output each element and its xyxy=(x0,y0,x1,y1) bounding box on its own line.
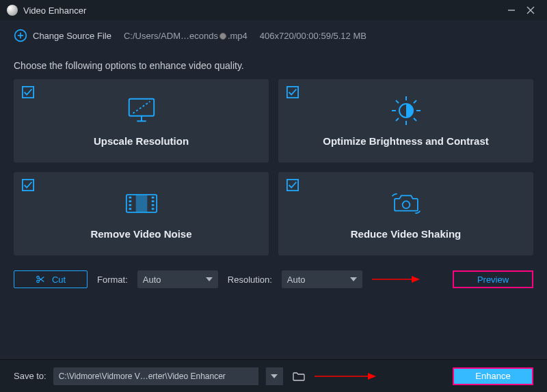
svg-marker-41 xyxy=(368,373,376,380)
save-path-field[interactable]: C:\Vidmore\Vidmore V…erter\Video Enhance… xyxy=(53,367,258,385)
card-label: Remove Video Noise xyxy=(90,228,191,240)
checkbox-checked-icon[interactable] xyxy=(22,86,34,98)
svg-rect-23 xyxy=(135,195,147,212)
window-title: Video Enhancer xyxy=(23,5,86,16)
svg-marker-39 xyxy=(412,276,420,283)
svg-rect-28 xyxy=(151,196,154,198)
card-label: Reduce Video Shaking xyxy=(351,228,461,240)
source-fileinfo: 406x720/00:00:59/5.12 MB xyxy=(260,31,366,41)
open-folder-button[interactable] xyxy=(290,367,308,385)
source-toolbar: Change Source File C:/Users/ADM…econds.m… xyxy=(0,20,547,51)
close-button[interactable] xyxy=(521,3,540,17)
resolution-select[interactable]: Auto xyxy=(282,270,362,288)
camera-shake-icon xyxy=(390,188,423,219)
brightness-icon xyxy=(390,96,423,126)
monitor-icon xyxy=(125,96,158,126)
card-upscale-resolution[interactable]: Upscale Resolution xyxy=(14,79,269,163)
format-label: Format: xyxy=(97,275,128,285)
filmstrip-icon xyxy=(125,188,158,219)
save-path-dropdown[interactable] xyxy=(265,367,283,385)
enhance-options-grid: Upscale Resolution xyxy=(0,79,547,255)
svg-rect-24 xyxy=(129,196,131,198)
save-path-value: C:\Vidmore\Vidmore V…erter\Video Enhance… xyxy=(59,372,226,381)
svg-line-17 xyxy=(396,100,399,103)
svg-rect-30 xyxy=(151,204,154,206)
plus-circle-icon xyxy=(14,29,27,42)
annotation-arrow xyxy=(315,376,369,377)
svg-rect-25 xyxy=(129,200,131,202)
card-label: Optimize Brightness and Contrast xyxy=(323,135,489,147)
minimize-button[interactable] xyxy=(502,3,521,17)
preview-button[interactable]: Preview xyxy=(453,270,533,288)
card-remove-noise[interactable]: Remove Video Noise xyxy=(14,172,269,255)
save-to-label: Save to: xyxy=(14,371,46,381)
format-value: Auto xyxy=(143,275,161,285)
chevron-down-icon xyxy=(350,277,357,281)
change-source-label: Change Source File xyxy=(33,31,111,41)
checkbox-checked-icon[interactable] xyxy=(286,86,299,98)
app-icon xyxy=(7,5,18,16)
source-filepath: C:/Users/ADM…econds.mp4 xyxy=(124,31,248,41)
checkbox-checked-icon[interactable] xyxy=(286,179,299,191)
title-bar: Video Enhancer xyxy=(0,0,547,20)
controls-row: Cut Format: Auto Resolution: Auto Previe… xyxy=(0,255,547,288)
svg-point-33 xyxy=(402,201,410,208)
svg-rect-32 xyxy=(287,180,298,191)
svg-rect-7 xyxy=(129,98,153,115)
folder-icon xyxy=(293,372,305,381)
checkbox-checked-icon[interactable] xyxy=(22,179,34,191)
resolution-value: Auto xyxy=(287,275,306,285)
cut-button[interactable]: Cut xyxy=(14,270,88,288)
scissors-icon xyxy=(36,275,45,284)
disc-icon xyxy=(219,33,226,40)
chevron-down-icon xyxy=(271,374,278,378)
enhance-label: Enhance xyxy=(475,371,510,381)
svg-rect-26 xyxy=(129,204,131,206)
svg-rect-31 xyxy=(151,208,154,210)
svg-rect-6 xyxy=(23,87,34,98)
svg-rect-11 xyxy=(287,87,298,98)
card-brightness-contrast[interactable]: Optimize Brightness and Contrast xyxy=(278,79,533,163)
chevron-down-icon xyxy=(206,277,213,281)
svg-rect-27 xyxy=(129,208,131,210)
card-reduce-shaking[interactable]: Reduce Video Shaking xyxy=(278,172,533,255)
enhance-button[interactable]: Enhance xyxy=(453,367,533,385)
svg-line-8 xyxy=(133,101,150,113)
footer-bar: Save to: C:\Vidmore\Vidmore V…erter\Vide… xyxy=(0,359,547,392)
preview-label: Preview xyxy=(477,275,509,285)
format-select[interactable]: Auto xyxy=(137,270,218,288)
resolution-label: Resolution: xyxy=(228,275,272,285)
cut-label: Cut xyxy=(52,275,66,285)
svg-line-19 xyxy=(396,118,399,121)
svg-rect-29 xyxy=(151,200,154,202)
instruction-text: Choose the following options to enhance … xyxy=(0,51,547,79)
svg-line-18 xyxy=(414,118,416,121)
card-label: Upscale Resolution xyxy=(94,135,189,147)
change-source-button[interactable]: Change Source File xyxy=(14,29,111,42)
svg-line-20 xyxy=(414,100,416,103)
svg-rect-21 xyxy=(23,180,34,191)
annotation-arrow xyxy=(372,279,413,280)
